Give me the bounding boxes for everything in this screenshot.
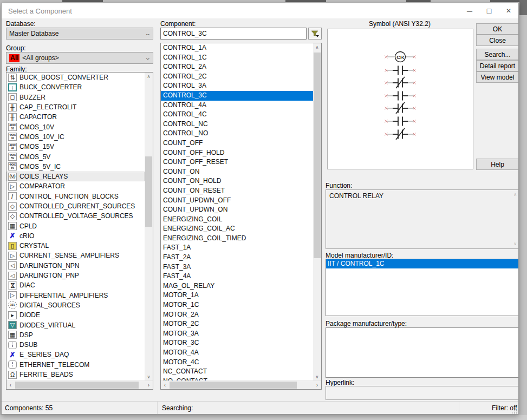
component-scrollbar-thumb[interactable]: [314, 52, 321, 258]
component-item-fast_1a[interactable]: FAST_1A: [161, 243, 313, 253]
component-item-control_2a[interactable]: CONTROL_2A: [161, 62, 313, 72]
component-item-count_off_hold[interactable]: COUNT_OFF_HOLD: [161, 148, 313, 158]
component-item-count_on_hold[interactable]: COUNT_ON_HOLD: [161, 176, 313, 186]
family-scrollbar-thumb[interactable]: [145, 156, 152, 227]
scroll-right-icon[interactable]: [145, 381, 153, 389]
component-item-motor_4c[interactable]: MOTOR_4C: [161, 358, 313, 368]
family-item-comparator[interactable]: ▷COMPARATOR: [6, 181, 145, 191]
family-item-ethernet_telecom[interactable]: ⁞ETHERNET_TELECOM: [6, 360, 145, 370]
component-item-motor_2a[interactable]: MOTOR_2A: [161, 310, 313, 320]
family-item-control_function_blocks[interactable]: ƒCONTROL_FUNCTION_BLOCKS: [6, 192, 145, 201]
title-bar[interactable]: Select a Component — □ ✕: [2, 3, 518, 18]
component-item-motor_2c[interactable]: MOTOR_2C: [161, 319, 313, 329]
family-item-buck_converter[interactable]: ↓BUCK_CONVERTER: [6, 82, 145, 92]
component-item-count_on_reset[interactable]: COUNT_ON_RESET: [161, 186, 313, 196]
component-item-control_1a[interactable]: CONTROL_1A: [161, 43, 313, 53]
family-item-cmos_5v_ic[interactable]: 4XXX5VCMOS_5V_IC: [6, 162, 145, 172]
family-item-digital_sources[interactable]: 101DIGITAL_SOURCES: [6, 300, 145, 310]
help-button[interactable]: Help: [476, 159, 519, 170]
component-item-control_2c[interactable]: CONTROL_2C: [161, 72, 313, 82]
component-item-count_updwn_on[interactable]: COUNT_UPDWN_ON: [161, 205, 313, 215]
family-item-cmos_5v[interactable]: 4XXX5VCMOS_5V: [6, 152, 145, 161]
family-item-e_series_daq[interactable]: ✗E_SERIES_DAQ: [6, 350, 145, 359]
family-item-diode[interactable]: ▸DIODE: [6, 310, 145, 320]
scroll-left-icon[interactable]: [161, 381, 169, 389]
family-item-crio[interactable]: ✗cRIO: [6, 231, 145, 241]
component-item-count_updwn_off[interactable]: COUNT_UPDWN_OFF: [161, 196, 313, 206]
component-item-motor_4a[interactable]: MOTOR_4A: [161, 348, 313, 358]
family-item-cap_electrolit[interactable]: ╫CAP_ELECTROLIT: [6, 102, 145, 112]
component-item-control_nc[interactable]: CONTROL_NC: [161, 120, 313, 129]
component-item-count_on[interactable]: COUNT_ON: [161, 167, 313, 177]
family-item-capacitor[interactable]: ╫CAPACITOR: [6, 112, 145, 122]
scroll-down-icon[interactable]: ∨: [513, 241, 517, 246]
scroll-up-icon[interactable]: ∧: [513, 192, 517, 197]
close-icon[interactable]: ✕: [499, 3, 518, 18]
component-item-control_no[interactable]: CONTROL_NO: [161, 129, 313, 139]
component-item-motor_1a[interactable]: MOTOR_1A: [161, 291, 313, 300]
component-item-control_1c[interactable]: CONTROL_1C: [161, 53, 313, 63]
family-hscrollbar-thumb[interactable]: [15, 382, 139, 389]
detail-report-button[interactable]: Detail report: [476, 60, 519, 71]
hyperlink-field[interactable]: [326, 386, 519, 400]
package-manufacturer-list[interactable]: [326, 327, 519, 378]
family-item-differential_amplifiers[interactable]: ▷DIFFERENTIAL_AMPLIFIERS: [6, 291, 145, 300]
minimize-icon[interactable]: —: [460, 3, 479, 18]
component-vertical-scrollbar[interactable]: [313, 43, 321, 381]
component-item-energizing_coil_timed[interactable]: ENERGIZING_COIL_TIMED: [161, 234, 313, 244]
scroll-left-icon[interactable]: [6, 381, 15, 389]
family-horizontal-scrollbar[interactable]: [6, 380, 153, 389]
family-item-darlington_npn[interactable]: ◁DARLINGTON_NPN: [6, 261, 145, 271]
scroll-down-icon[interactable]: [313, 373, 321, 381]
family-item-cmos_10v_ic[interactable]: 4XXX10CMOS_10V_IC: [6, 132, 145, 142]
family-item-dsub[interactable]: ⁞DSUB: [6, 340, 145, 350]
component-item-control_3a[interactable]: CONTROL_3A: [161, 81, 313, 91]
family-item-diac[interactable]: ⋈DIAC: [6, 280, 145, 290]
component-item-fast_3a[interactable]: FAST_3A: [161, 262, 313, 272]
family-list[interactable]: ⇅BUCK_BOOST_CONVERTER↓BUCK_CONVERTER◻BUZ…: [6, 72, 153, 390]
maximize-icon[interactable]: □: [479, 3, 499, 18]
model-manufacturer-list[interactable]: IIT / CONTROL_1C: [326, 259, 519, 316]
scroll-right-icon[interactable]: [313, 381, 321, 389]
family-item-buzzer[interactable]: ◻BUZZER: [6, 93, 145, 102]
component-item-energizing_coil_ac[interactable]: ENERGIZING_COIL_AC: [161, 224, 313, 234]
family-item-controlled_current_sources[interactable]: ◇CONTROLLED_CURRENT_SOURCES: [6, 201, 145, 211]
component-item-control_4c[interactable]: CONTROL_4C: [161, 110, 313, 120]
scroll-up-icon[interactable]: [145, 73, 153, 81]
component-item-count_off_reset[interactable]: COUNT_OFF_RESET: [161, 158, 313, 167]
component-item-control_4a[interactable]: CONTROL_4A: [161, 101, 313, 110]
resize-grip[interactable]: [512, 408, 517, 414]
family-item-current_sense_amplifiers[interactable]: ▷CURRENT_SENSE_AMPLIFIERS: [6, 251, 145, 260]
family-item-controlled_voltage_sources[interactable]: ◇CONTROLLED_VOLTAGE_SOURCES: [6, 211, 145, 221]
component-item-nc_contact[interactable]: NC_CONTACT: [161, 367, 313, 377]
group-dropdown[interactable]: All <All groups> ⌄: [6, 52, 153, 64]
search-button[interactable]: Search...: [476, 49, 519, 60]
component-item-fast_2a[interactable]: FAST_2A: [161, 253, 313, 262]
component-input[interactable]: [160, 28, 307, 40]
model-item[interactable]: IIT / CONTROL_1C: [326, 259, 518, 268]
family-item-diodes_virtual[interactable]: ▽DIODES_VIRTUAL: [6, 320, 145, 330]
family-item-crystal[interactable]: ▯CRYSTAL: [6, 241, 145, 251]
filter-button[interactable]: [308, 28, 322, 40]
component-item-control_3c[interactable]: CONTROL_3C: [161, 91, 313, 101]
scroll-down-icon[interactable]: [145, 373, 153, 381]
component-hscrollbar-thumb[interactable]: [170, 382, 297, 389]
family-item-cmos_10v[interactable]: 4XXX10CMOS_10V: [6, 122, 145, 132]
family-vertical-scrollbar[interactable]: [145, 73, 153, 381]
family-item-cpld[interactable]: ▦CPLD: [6, 221, 145, 231]
component-item-motor_1c[interactable]: MOTOR_1C: [161, 300, 313, 310]
database-dropdown[interactable]: Master Database ⌄: [6, 28, 153, 40]
component-item-motor_3c[interactable]: MOTOR_3C: [161, 338, 313, 348]
family-item-cmos_15v[interactable]: 4XXX15CMOS_15V: [6, 142, 145, 152]
family-item-coils_relays[interactable]: ⓂCOILS_RELAYS: [6, 172, 145, 181]
family-item-ferrite_beads[interactable]: ΩFERRITE_BEADS: [6, 370, 145, 379]
component-item-mag_ol_relay[interactable]: MAG_OL_RELAY: [161, 281, 313, 291]
component-item-count_off[interactable]: COUNT_OFF: [161, 139, 313, 148]
view-model-button[interactable]: View model: [476, 71, 519, 83]
scroll-up-icon[interactable]: [313, 43, 321, 51]
component-list[interactable]: CONTROL_1ACONTROL_1CCONTROL_2ACONTROL_2C…: [160, 43, 322, 390]
component-item-motor_3a[interactable]: MOTOR_3A: [161, 329, 313, 339]
component-item-fast_4a[interactable]: FAST_4A: [161, 272, 313, 281]
ok-button[interactable]: OK: [476, 23, 519, 35]
component-item-energizing_coil[interactable]: ENERGIZING_COIL: [161, 215, 313, 225]
